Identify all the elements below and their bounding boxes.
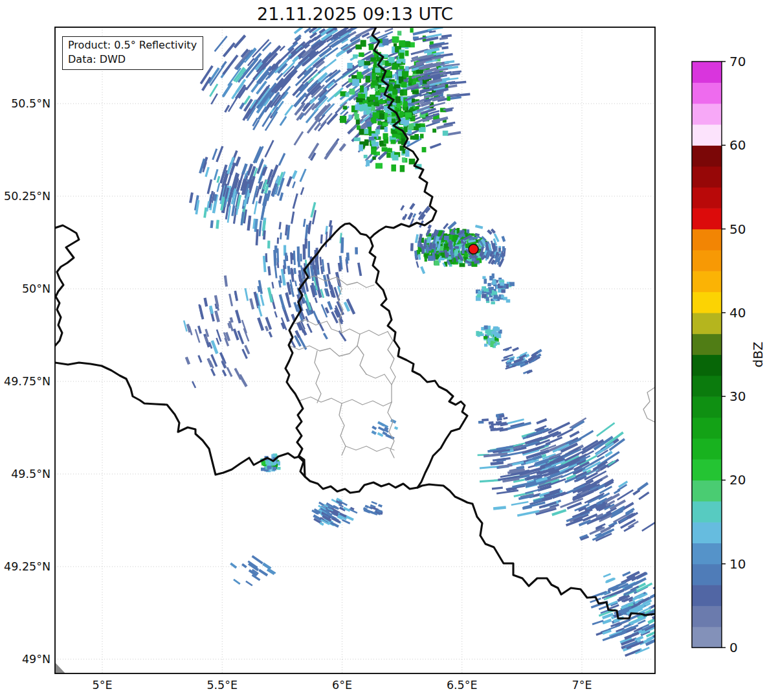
echo-mark xyxy=(432,129,436,133)
y-tick-label: 49°N xyxy=(22,653,50,666)
echo-mark xyxy=(382,147,388,152)
echo-mark xyxy=(397,31,401,36)
echo-mark xyxy=(483,289,489,292)
echo-mark xyxy=(487,332,490,335)
echo-mark xyxy=(402,157,405,163)
echo-mark xyxy=(390,140,395,144)
colorbar-tick-label: 20 xyxy=(729,472,746,488)
echo-mark xyxy=(410,107,414,111)
radar-site-marker xyxy=(469,244,478,254)
echo-mark xyxy=(465,254,468,257)
colorbar-segment xyxy=(692,501,722,523)
echo-mark xyxy=(375,85,378,91)
echo-mark xyxy=(357,72,361,79)
colorbar: 010203040506070dBZ xyxy=(692,54,766,655)
echo-mark xyxy=(486,297,489,301)
colorbar-segment xyxy=(692,585,722,606)
echo-mark xyxy=(428,256,433,261)
y-tick-label: 49.75°N xyxy=(4,375,50,388)
plot-background xyxy=(55,27,655,673)
echo-mark xyxy=(395,96,401,103)
echo-mark xyxy=(340,238,344,253)
colorbar-segment xyxy=(692,605,722,627)
colorbar-segment xyxy=(692,166,722,188)
echo-mark xyxy=(383,38,389,45)
colorbar-segment xyxy=(692,543,722,564)
echo-mark xyxy=(285,253,287,260)
echo-mark xyxy=(277,238,279,244)
echo-mark xyxy=(420,134,424,139)
echo-mark xyxy=(405,51,409,56)
echo-mark xyxy=(354,137,361,141)
echo-mark xyxy=(498,247,501,251)
x-tick-label: 7°E xyxy=(572,679,592,692)
echo-mark xyxy=(373,102,379,106)
echo-mark xyxy=(348,63,352,69)
echo-mark xyxy=(372,157,375,160)
colorbar-segment xyxy=(692,124,722,146)
y-tick-label: 50.25°N xyxy=(4,190,50,203)
echo-mark xyxy=(373,60,377,67)
echo-mark xyxy=(373,112,380,119)
echo-mark xyxy=(410,135,415,139)
echo-mark xyxy=(369,137,374,141)
echo-mark xyxy=(483,278,487,284)
echo-mark xyxy=(399,52,405,58)
echo-mark xyxy=(405,112,412,117)
echo-mark xyxy=(359,52,364,57)
echo-mark xyxy=(362,100,368,104)
echo-mark xyxy=(353,54,357,58)
colorbar-segment xyxy=(692,564,722,585)
echo-mark xyxy=(414,134,419,140)
echo-mark xyxy=(267,466,272,469)
echo-mark xyxy=(366,109,370,115)
echo-mark xyxy=(346,92,350,96)
echo-mark xyxy=(364,129,369,134)
echo-mark xyxy=(375,67,380,73)
echo-mark xyxy=(509,282,515,286)
colorbar-segment xyxy=(692,333,722,355)
echo-mark xyxy=(479,332,482,335)
echo-mark xyxy=(392,119,396,123)
echo-mark xyxy=(389,57,395,63)
x-tick-label: 5.5°E xyxy=(206,679,238,692)
echo-mark xyxy=(403,102,408,107)
echo-mark xyxy=(501,295,504,298)
echo-mark xyxy=(482,276,485,279)
echo-mark xyxy=(386,72,391,76)
echo-mark xyxy=(387,148,392,153)
echo-mark xyxy=(364,155,368,158)
echo-mark xyxy=(366,122,372,127)
radar-screenshot: 5°E5.5°E6°E6.5°E7°E50.5°N50.25°N50°N49.7… xyxy=(0,0,778,700)
echo-mark xyxy=(375,92,381,95)
echo-mark xyxy=(421,244,423,249)
echo-mark xyxy=(401,112,405,116)
echo-mark xyxy=(484,326,488,330)
colorbar-tick-label: 60 xyxy=(729,137,746,153)
echo-mark xyxy=(409,78,412,82)
echo-mark xyxy=(360,85,364,93)
colorbar-unit-label: dBZ xyxy=(750,341,766,367)
colorbar-segment xyxy=(692,438,722,460)
echo-mark xyxy=(383,133,388,139)
y-tick-label: 49.25°N xyxy=(4,560,50,573)
echo-mark xyxy=(496,333,501,338)
echo-mark xyxy=(375,130,380,135)
echo-mark xyxy=(422,147,427,152)
echo-mark xyxy=(454,250,459,255)
colorbar-segment xyxy=(692,145,722,166)
echo-mark xyxy=(489,338,494,341)
echo-mark xyxy=(489,422,494,425)
echo-mark xyxy=(654,605,663,611)
colorbar-segment xyxy=(692,627,722,648)
colorbar-segment xyxy=(692,313,722,334)
colorbar-segment xyxy=(692,104,722,125)
echo-mark xyxy=(492,273,495,278)
colorbar-segment xyxy=(692,480,722,501)
echo-mark xyxy=(267,241,270,249)
echo-mark xyxy=(391,164,396,172)
echo-mark xyxy=(412,90,419,94)
echo-mark xyxy=(401,71,408,78)
echo-mark xyxy=(398,71,402,76)
echo-mark xyxy=(370,95,375,100)
